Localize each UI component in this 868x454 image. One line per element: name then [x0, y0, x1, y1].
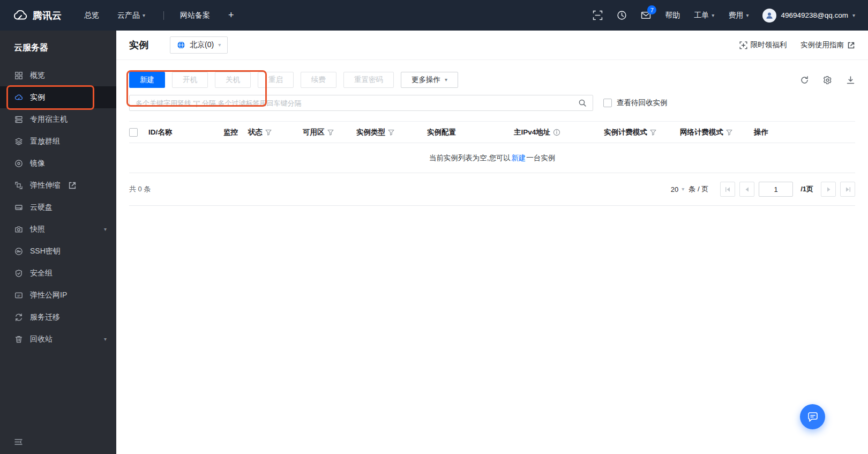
- chevron-down-icon[interactable]: ▾: [104, 336, 107, 342]
- sidebar-item-recycle-bin[interactable]: 回收站 ▾: [0, 328, 116, 350]
- nav-icp[interactable]: 网站备案: [180, 11, 210, 20]
- page-number-input[interactable]: [759, 182, 793, 197]
- sidebar-title: 云服务器: [0, 31, 116, 64]
- table-header: ID/名称 监控 状态 可用区 实例类型 实例配置 主IPv4地址 实例计费模式…: [129, 121, 855, 143]
- empty-text-prefix: 当前实例列表为空,您可以: [429, 153, 511, 163]
- account-email: 496949238@qq.com: [781, 11, 848, 19]
- avatar: [762, 9, 776, 23]
- create-button[interactable]: 新建: [129, 72, 165, 88]
- sidebar-item-ssh-keys[interactable]: SSH密钥: [0, 240, 116, 262]
- first-page-button[interactable]: [720, 182, 735, 197]
- shutdown-button[interactable]: 关机: [215, 72, 251, 88]
- next-page-button[interactable]: [821, 182, 836, 197]
- sidebar-item-cloud-disks[interactable]: 云硬盘: [0, 196, 116, 218]
- instance-table: ID/名称 监控 状态 可用区 实例类型 实例配置 主IPv4地址 实例计费模式…: [129, 121, 855, 206]
- header-links: 限时领福利 实例使用指南: [739, 40, 856, 50]
- globe-icon: [177, 41, 185, 49]
- refresh-icon[interactable]: [800, 76, 809, 85]
- sidebar-item-overview[interactable]: 概览: [0, 64, 116, 86]
- account-menu[interactable]: 496949238@qq.com ▾: [762, 9, 855, 23]
- collapse-sidebar-icon[interactable]: [14, 437, 23, 446]
- filter-icon[interactable]: [265, 129, 272, 136]
- sidebar-item-images[interactable]: 镜像: [0, 152, 116, 174]
- scaling-icon: [14, 181, 23, 190]
- col-status: 状态: [248, 128, 303, 137]
- cloud-logo-icon: [13, 10, 28, 20]
- nav-products[interactable]: 云产品▾: [117, 11, 145, 20]
- empty-create-link[interactable]: 新建: [511, 153, 526, 163]
- svg-text:IP: IP: [17, 293, 20, 297]
- prev-page-button[interactable]: [739, 182, 754, 197]
- shield-icon: [14, 269, 23, 278]
- page-header: 实例 北京(0) ▾ 限时领福利 实例使用指南: [116, 31, 868, 60]
- restart-button[interactable]: 重启: [258, 72, 294, 88]
- layers-icon: [14, 137, 23, 146]
- nav-billing[interactable]: 费用▾: [728, 11, 749, 20]
- nav-help[interactable]: 帮助: [665, 11, 680, 20]
- recycle-checkbox[interactable]: [603, 99, 612, 107]
- messages-button[interactable]: 7: [641, 10, 651, 20]
- col-configuration: 实例配置: [427, 128, 514, 137]
- chat-support-button[interactable]: [800, 404, 825, 429]
- pagination: 20 ▾ 条 / 页 /1页: [671, 182, 855, 197]
- col-zone: 可用区: [303, 128, 356, 137]
- per-page-label: 条 / 页: [689, 184, 708, 194]
- total-count: 共 0 条: [129, 184, 151, 194]
- brand-text: 腾讯云: [33, 9, 62, 22]
- more-actions-button[interactable]: 更多操作▾: [401, 72, 458, 88]
- sidebar-item-eip[interactable]: IP 弹性公网IP: [0, 284, 116, 306]
- col-network-billing: 网络计费模式: [680, 128, 754, 137]
- last-page-button[interactable]: [840, 182, 855, 197]
- reset-password-button[interactable]: 重置密码: [343, 72, 394, 88]
- start-button[interactable]: 开机: [172, 72, 208, 88]
- sidebar-item-placement-groups[interactable]: 置放群组: [0, 130, 116, 152]
- recycle-filter[interactable]: 查看待回收实例: [603, 98, 668, 108]
- search-row: 查看待回收实例: [129, 95, 855, 111]
- sidebar-item-snapshots[interactable]: 快照 ▾: [0, 218, 116, 240]
- chevron-down-icon: ▾: [852, 13, 855, 18]
- console-scan-icon[interactable]: [593, 10, 603, 20]
- sidebar: 云服务器 概览 实例 专用宿主机 置放群组 镜像 弹性伸缩: [0, 31, 116, 454]
- guide-link[interactable]: 实例使用指南: [800, 40, 855, 50]
- sidebar-item-service-migration[interactable]: 服务迁移: [0, 306, 116, 328]
- sidebar-item-dedicated-hosts[interactable]: 专用宿主机: [0, 108, 116, 130]
- settings-gear-icon[interactable]: [823, 76, 832, 85]
- region-label: 北京(0): [190, 40, 214, 50]
- select-all-checkbox[interactable]: [129, 128, 138, 137]
- info-icon[interactable]: [553, 129, 560, 136]
- filter-icon[interactable]: [388, 129, 394, 136]
- nav-ticket[interactable]: 工单▾: [694, 11, 714, 20]
- filter-icon[interactable]: [726, 129, 732, 136]
- trash-icon: [14, 335, 23, 344]
- filter-icon[interactable]: [327, 129, 334, 136]
- chevron-down-icon: ▾: [712, 13, 714, 18]
- renew-button[interactable]: 续费: [301, 72, 336, 88]
- brand-logo[interactable]: 腾讯云: [13, 9, 62, 22]
- region-selector[interactable]: 北京(0) ▾: [170, 36, 228, 54]
- chevron-down-icon: ▾: [218, 42, 221, 48]
- history-clock-icon[interactable]: [617, 10, 627, 20]
- tencent-cloud-console: 腾讯云 总览 云产品▾ 网站备案 + 7 帮助 工单▾ 费用▾: [0, 0, 868, 454]
- skip-prev-icon: [725, 187, 731, 192]
- person-icon: [765, 11, 774, 20]
- col-primary-ipv4: 主IPv4地址: [514, 128, 604, 137]
- key-icon: [14, 247, 23, 256]
- page-size-select[interactable]: 20 ▾: [671, 185, 685, 193]
- chat-bubble-icon: [807, 411, 819, 423]
- sidebar-item-auto-scaling[interactable]: 弹性伸缩: [0, 174, 116, 196]
- col-instance-billing: 实例计费模式: [604, 128, 680, 137]
- nav-overview[interactable]: 总览: [84, 11, 99, 20]
- search-icon[interactable]: [578, 99, 587, 107]
- search-input[interactable]: [136, 99, 578, 107]
- chevron-down-icon[interactable]: ▾: [104, 226, 107, 232]
- filter-icon[interactable]: [650, 129, 656, 136]
- sidebar-item-instances[interactable]: 实例: [0, 86, 116, 108]
- grid-icon: [14, 71, 23, 80]
- toolbar-icon-group: [800, 76, 855, 85]
- promo-link[interactable]: 限时领福利: [739, 40, 787, 50]
- nav-add-button[interactable]: +: [228, 10, 234, 21]
- sidebar-item-security-groups[interactable]: 安全组: [0, 262, 116, 284]
- instance-toolbar: 新建 开机 关机 重启 续费 重置密码 更多操作▾: [129, 72, 855, 88]
- ip-icon: IP: [14, 291, 23, 300]
- download-icon[interactable]: [846, 76, 855, 85]
